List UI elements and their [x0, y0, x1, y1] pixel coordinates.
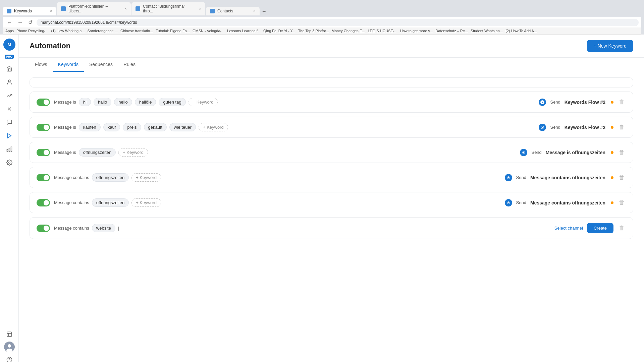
- sidebar-item-integrations[interactable]: [3, 103, 15, 115]
- row5-right: Send Message contains öffnungszeiten: [516, 200, 613, 205]
- channel-icon-row3: [520, 149, 527, 156]
- keyword-tag-offnungszeiten-5[interactable]: öffnungszeiten: [92, 198, 129, 207]
- sidebar-item-analytics[interactable]: [3, 143, 15, 155]
- tab-rules[interactable]: Rules: [118, 58, 141, 72]
- bookmark-12[interactable]: How to get more v...: [400, 29, 433, 33]
- back-button[interactable]: ←: [5, 19, 13, 26]
- toggle-row3[interactable]: [37, 149, 50, 156]
- sidebar-item-automation[interactable]: [3, 130, 15, 142]
- create-button[interactable]: Create: [587, 223, 613, 233]
- bookmark-9[interactable]: The Top 3 Platfor...: [298, 29, 329, 33]
- tab-flows[interactable]: Flows: [30, 58, 53, 72]
- toggle-row2[interactable]: [37, 124, 50, 131]
- delete-btn-row6[interactable]: 🗑: [618, 223, 626, 233]
- flow-name-row2[interactable]: Keywords Flow #2: [565, 125, 605, 130]
- keyword-tag-hello[interactable]: hello: [114, 98, 132, 106]
- refresh-button[interactable]: ↺: [27, 18, 34, 26]
- delete-btn-row4[interactable]: 🗑: [618, 173, 626, 182]
- sidebar-item-contacts[interactable]: [3, 76, 15, 88]
- toggle-row1[interactable]: [37, 99, 50, 106]
- delete-btn-row5[interactable]: 🗑: [618, 198, 626, 207]
- flow-name-row1[interactable]: Keywords Flow #2: [565, 100, 605, 105]
- bookmark-11[interactable]: LEE 'S HOUSE-...: [368, 29, 397, 33]
- bookmark-13[interactable]: Datenschutz – Re...: [435, 29, 468, 33]
- flow-name-row4[interactable]: Message contains öffnungszeiten: [530, 175, 605, 180]
- bookmark-8[interactable]: Qing Fei De Yi - Y...: [263, 29, 296, 33]
- browser-tab-keywords[interactable]: Keywords ×: [3, 7, 56, 15]
- keyword-tag-kauf[interactable]: kauf: [103, 123, 120, 131]
- bookmark-14[interactable]: Student Wants an...: [471, 29, 503, 33]
- svg-rect-6: [11, 147, 12, 152]
- new-tab-button[interactable]: +: [260, 8, 268, 15]
- add-keyword-btn-row3[interactable]: + Keyword: [118, 148, 148, 157]
- address-input[interactable]: [37, 19, 639, 26]
- tab-close-3[interactable]: ×: [199, 6, 201, 11]
- bookmark-4[interactable]: Chinese translatio...: [120, 29, 153, 33]
- toggle-row5[interactable]: [37, 199, 50, 206]
- help-icon[interactable]: [3, 354, 15, 362]
- keyword-tag-website[interactable]: website: [92, 224, 115, 232]
- add-keyword-btn-row2[interactable]: + Keyword: [199, 123, 228, 131]
- toggle-row4[interactable]: [37, 174, 50, 181]
- bookmark-15[interactable]: (2) How To Add A...: [505, 29, 537, 33]
- svg-point-9: [8, 162, 10, 164]
- tab-keywords[interactable]: Keywords: [53, 58, 84, 72]
- bookmark-1[interactable]: Phone Recycling-...: [16, 29, 48, 33]
- forward-button[interactable]: →: [16, 19, 24, 26]
- tab-sequences[interactable]: Sequences: [84, 58, 118, 72]
- tab-close-1[interactable]: ×: [50, 9, 52, 13]
- keyword-tag-guten-tag[interactable]: guten tag: [159, 98, 185, 106]
- sidebar-item-growth[interactable]: [3, 89, 15, 102]
- svg-point-16: [7, 357, 12, 362]
- row2-right: Send Keywords Flow #2: [550, 125, 613, 130]
- keyword-tag-hallo[interactable]: hallo: [94, 98, 111, 106]
- browser-tab-contacts[interactable]: Contacts ×: [206, 7, 260, 15]
- keyword-tag-kaufen[interactable]: kaufen: [79, 123, 101, 131]
- delete-btn-row2[interactable]: 🗑: [618, 122, 626, 132]
- sidebar-item-messages[interactable]: [3, 116, 15, 128]
- sidebar-item-home[interactable]: [3, 63, 15, 75]
- flow-name-row5[interactable]: Message contains öffnungszeiten: [530, 200, 605, 205]
- tab-close-2[interactable]: ×: [124, 6, 127, 11]
- browser-tab-plattform[interactable]: Plattform-Richtlinien – Übers... ×: [57, 2, 131, 15]
- status-dot-row4: [611, 176, 613, 179]
- channel-icon-row5: [505, 199, 512, 206]
- tab-close-4[interactable]: ×: [253, 9, 256, 13]
- new-keyword-button[interactable]: + New Keyword: [587, 40, 633, 52]
- send-label-row1: Send: [550, 100, 560, 105]
- toggle-row6[interactable]: [37, 225, 50, 232]
- keyword-tag-offnungszeiten-4[interactable]: öffnungszeiten: [92, 173, 129, 182]
- bookmark-5[interactable]: Tutorial: Eigene Fa...: [156, 29, 190, 33]
- status-dot-row5: [611, 201, 613, 204]
- user-avatar[interactable]: [4, 342, 15, 352]
- bookmark-6[interactable]: GMSN - Vologda-...: [193, 29, 224, 33]
- delete-btn-row3[interactable]: 🗑: [618, 147, 626, 157]
- page-title: Automation: [30, 42, 70, 50]
- delete-btn-row1[interactable]: 🗑: [618, 97, 626, 107]
- bookmark-10[interactable]: Money Changes E...: [332, 29, 365, 33]
- sidebar-item-settings[interactable]: [3, 157, 15, 169]
- keyword-tag-hallole[interactable]: hallöle: [135, 98, 156, 106]
- bookmark-3[interactable]: Sonderangebot: ...: [88, 29, 118, 33]
- add-keyword-btn-row5[interactable]: + Keyword: [131, 198, 161, 207]
- keyword-tag-preis[interactable]: preis: [123, 123, 141, 131]
- svg-point-29: [508, 202, 509, 203]
- row5-body: Message contains öffnungszeiten + Keywor…: [54, 198, 501, 207]
- add-keyword-btn-row4[interactable]: + Keyword: [131, 173, 161, 182]
- keyword-tag-gekauft[interactable]: gekauft: [144, 123, 167, 131]
- row3-right: Send Message is öffnungszeiten: [531, 150, 613, 155]
- pro-badge: PRO: [5, 55, 14, 59]
- flow-name-row3[interactable]: Message is öffnungszeiten: [546, 150, 605, 155]
- keyword-tag-offnungszeiten-3[interactable]: öffnungszeiten: [79, 148, 116, 157]
- condition-label-row1: Message is: [54, 100, 76, 105]
- browser-tab-contact[interactable]: Contact "Bildungsfirma" thro... ×: [131, 2, 205, 15]
- svg-rect-8: [7, 149, 8, 152]
- bookmark-7[interactable]: Lessons Learned f...: [227, 29, 261, 33]
- sidebar-item-reports[interactable]: [3, 328, 15, 340]
- select-channel-link[interactable]: Select channel: [554, 226, 583, 231]
- bookmark-apps[interactable]: Apps: [5, 29, 14, 33]
- add-keyword-btn-row1[interactable]: + Keyword: [189, 98, 218, 106]
- keyword-tag-hi[interactable]: hi: [79, 98, 91, 106]
- bookmark-2[interactable]: (1) How Working a...: [51, 29, 85, 33]
- keyword-tag-wie-teuer[interactable]: wie teuer: [169, 123, 196, 131]
